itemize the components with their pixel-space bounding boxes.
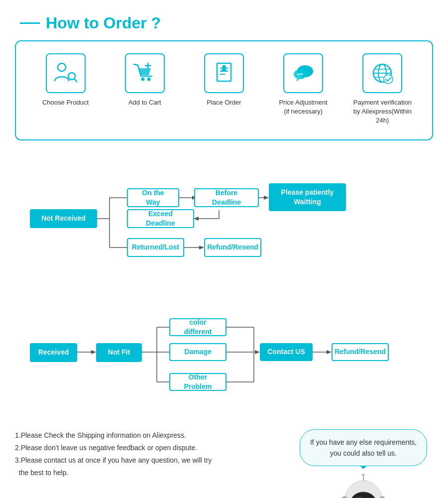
svg-line-2 bbox=[74, 79, 77, 82]
choose-product-label: Choose Product bbox=[42, 98, 89, 107]
cart-icon bbox=[132, 60, 158, 86]
exceed-deadline-box: Exceed Deadline bbox=[127, 209, 194, 228]
received-flowchart: Received Not Fit color different Damage … bbox=[0, 295, 448, 414]
choose-product-icon-box bbox=[46, 53, 86, 93]
before-deadline-box: Before Deadline bbox=[194, 188, 259, 207]
instruction-2: 2.Please don't leave us negative feedbac… bbox=[15, 442, 284, 454]
svg-point-15 bbox=[298, 74, 299, 75]
price-adjustment-icon-box bbox=[283, 53, 323, 93]
svg-marker-39 bbox=[91, 350, 96, 354]
step-add-to-cart: Add to Cart bbox=[110, 53, 180, 107]
bottom-instructions: 1.Please Check the Shipping information … bbox=[15, 429, 284, 480]
step-price-adjustment: Price Adjustment(if necessary) bbox=[268, 53, 338, 116]
bottom-section: 1.Please Check the Shipping information … bbox=[0, 424, 448, 498]
chat-bubble-icon bbox=[290, 60, 316, 86]
place-order-icon-box bbox=[204, 53, 244, 93]
not-received-box: Not Received bbox=[30, 209, 97, 228]
speech-bubble: If you have any else requirements, you c… bbox=[300, 429, 427, 467]
svg-marker-50 bbox=[255, 350, 260, 354]
robot-icon bbox=[334, 474, 393, 498]
step-choose-product: Choose Product bbox=[31, 53, 101, 107]
refund-resend-box-2: Refund/Resend bbox=[332, 343, 389, 361]
not-received-flowchart: Not Received On the Way Before Deadline … bbox=[0, 155, 448, 285]
svg-point-12 bbox=[222, 65, 226, 69]
robot-area: If you have any else requirements, you c… bbox=[294, 429, 433, 498]
other-problem-box: Other Problem bbox=[169, 373, 226, 391]
header-decoration bbox=[20, 22, 40, 24]
svg-point-5 bbox=[147, 78, 150, 81]
refund-resend-box-1: Refund/Resend bbox=[204, 238, 261, 257]
svg-point-64 bbox=[362, 474, 365, 476]
payment-verification-icon-box bbox=[362, 53, 402, 93]
add-to-cart-icon-box bbox=[125, 53, 165, 93]
step-place-order: Place Order bbox=[189, 53, 259, 107]
color-different-box: color different bbox=[169, 318, 226, 336]
on-the-way-box: On the Way bbox=[127, 188, 179, 207]
svg-point-0 bbox=[58, 63, 66, 71]
header-section: How to Order ? bbox=[0, 0, 448, 40]
svg-marker-36 bbox=[199, 246, 204, 249]
please-wait-box: Please patiently Waitting bbox=[269, 183, 346, 211]
price-adjustment-label: Price Adjustment(if necessary) bbox=[279, 98, 328, 116]
received-box: Received bbox=[30, 343, 77, 362]
order-steps-container: Choose Product Add to Cart bbox=[15, 40, 433, 140]
svg-point-16 bbox=[300, 74, 301, 75]
not-fit-box: Not Fit bbox=[96, 343, 142, 362]
svg-point-23 bbox=[384, 75, 393, 84]
contact-us-box: Contact US bbox=[260, 343, 313, 361]
document-icon bbox=[211, 60, 237, 86]
svg-point-4 bbox=[141, 78, 144, 81]
step-payment-verification: Payment verificationby Aliexpress(Within… bbox=[347, 53, 417, 125]
add-to-cart-label: Add to Cart bbox=[128, 98, 161, 107]
svg-marker-52 bbox=[327, 350, 332, 354]
instruction-1: 1.Please Check the Shipping information … bbox=[15, 429, 284, 442]
instruction-3: 3.Please contact us at once if you have … bbox=[15, 454, 284, 479]
person-search-icon bbox=[53, 60, 79, 86]
page-title: How to Order ? bbox=[46, 14, 161, 32]
payment-verification-label: Payment verificationby Aliexpress(Within… bbox=[347, 98, 417, 125]
returned-lost-box: Returned/Lost bbox=[127, 238, 184, 257]
svg-point-17 bbox=[302, 74, 303, 75]
svg-marker-31 bbox=[264, 196, 269, 200]
damage-box: Damage bbox=[169, 343, 226, 361]
svg-marker-34 bbox=[194, 217, 199, 221]
place-order-label: Place Order bbox=[207, 98, 241, 107]
globe-icon bbox=[369, 60, 395, 86]
